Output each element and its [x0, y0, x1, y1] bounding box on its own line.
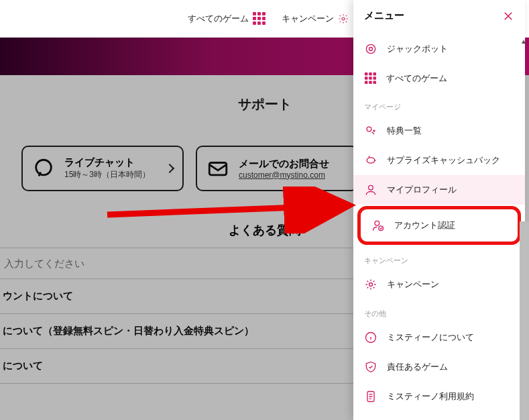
svg-point-7: [375, 221, 379, 225]
nav-campaign[interactable]: キャンペーン: [282, 13, 349, 25]
grid-icon: [365, 72, 376, 84]
menu-label: すべてのゲーム: [386, 72, 447, 85]
info-icon: [364, 331, 377, 344]
svg-point-1: [36, 160, 52, 175]
highlight-account-verify: アカウント認証: [357, 206, 521, 245]
menu-about[interactable]: ミスティーノについて: [353, 323, 525, 352]
scroll-up-arrow[interactable]: ▲: [520, 38, 528, 46]
svg-rect-2: [209, 163, 227, 175]
email-title: メールでのお問合せ: [239, 158, 347, 170]
section-mypage: マイページ: [353, 93, 525, 116]
svg-point-5: [367, 127, 371, 132]
menu-all-games[interactable]: すべてのゲーム: [353, 64, 525, 93]
mail-icon: [207, 157, 229, 180]
menu-responsible[interactable]: 責任あるゲーム: [353, 352, 525, 382]
svg-point-4: [369, 48, 373, 51]
live-chat-sub: 15時～3時（日本時間）: [64, 169, 157, 180]
drawer-scroll[interactable]: ジャックポット すべてのゲーム マイページ 特典一覧 サプライズキャッシュバック…: [353, 34, 525, 420]
menu-label: ミスティーノ利用規約: [387, 390, 474, 403]
shield-icon: [364, 360, 377, 374]
gear-icon: [364, 278, 377, 291]
menu-cashback[interactable]: サプライズキャッシュバック: [353, 146, 525, 175]
svg-point-9: [369, 283, 373, 286]
menu-label: 特典一覧: [387, 125, 422, 137]
gear-icon: [338, 13, 349, 24]
doc-icon: [364, 390, 377, 403]
email-sub: customer@mystino.com: [239, 170, 347, 180]
menu-my-profile[interactable]: マイプロフィール: [353, 175, 525, 205]
menu-bonus-list[interactable]: 特典一覧: [353, 116, 525, 146]
nav-all-games[interactable]: すべてのゲーム: [188, 12, 266, 25]
profile-icon: [364, 183, 377, 197]
verify-icon: [371, 219, 385, 232]
svg-point-6: [369, 185, 373, 190]
menu-label: マイプロフィール: [387, 184, 457, 196]
piggy-icon: [364, 154, 377, 167]
menu-label: キャンペーン: [387, 278, 439, 291]
nav-campaign-label: キャンペーン: [282, 13, 334, 25]
scrollbar-thumb[interactable]: [520, 221, 529, 420]
live-chat-title: ライブチャット: [64, 156, 157, 169]
close-icon[interactable]: [502, 10, 514, 22]
menu-terms[interactable]: ミスティーノ利用規約: [353, 382, 525, 411]
menu-label: ミスティーノについて: [387, 331, 474, 344]
menu-label: アカウント認証: [394, 219, 455, 231]
chevron-right-icon: [165, 164, 174, 173]
menu-jackpot[interactable]: ジャックポット: [353, 34, 525, 64]
drawer-header: メニュー: [353, 0, 525, 34]
drawer-title: メニュー: [364, 9, 404, 22]
menu-label: ジャックポット: [387, 43, 448, 55]
live-chat-card[interactable]: ライブチャット 15時～3時（日本時間）: [21, 146, 184, 191]
section-other: その他: [353, 299, 525, 323]
menu-label: 責任あるゲーム: [387, 361, 448, 373]
jackpot-icon: [364, 42, 377, 56]
menu-label: サプライズキャッシュバック: [387, 154, 500, 166]
chat-icon: [32, 157, 55, 180]
side-drawer: メニュー ジャックポット すべてのゲーム マイページ 特典一覧 サプライズキャッ…: [353, 0, 525, 420]
menu-account-verify[interactable]: アカウント認証: [365, 212, 514, 239]
menu-privacy[interactable]: プライバシーポリシー: [353, 411, 525, 420]
nav-all-games-label: すべてのゲーム: [188, 13, 249, 25]
grid-icon: [253, 12, 266, 25]
menu-campaign[interactable]: キャンペーン: [353, 270, 525, 299]
svg-point-3: [366, 44, 375, 53]
svg-point-0: [342, 17, 345, 20]
section-campaign: キャンペーン: [353, 246, 525, 270]
email-card[interactable]: メールでのお問合せ customer@mystino.com: [196, 146, 358, 191]
gift-icon: [364, 124, 377, 138]
